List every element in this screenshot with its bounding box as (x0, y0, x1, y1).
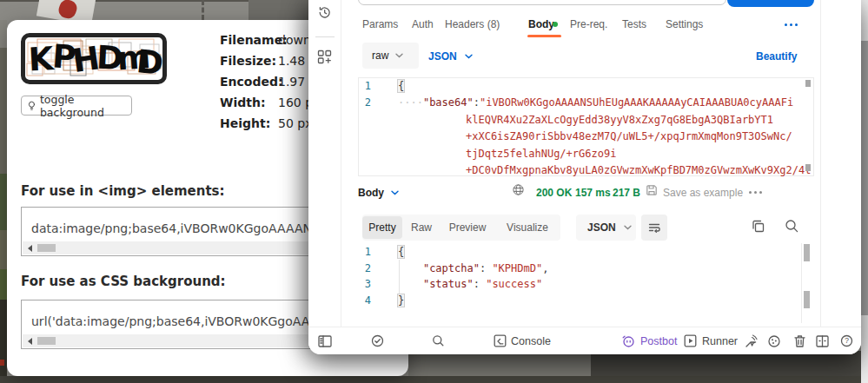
page-scrollbar-thumb[interactable] (861, 41, 868, 315)
console-button[interactable]: Console (511, 335, 551, 347)
response-scrollbar-thumb[interactable] (804, 244, 810, 261)
close-brace: } (398, 294, 404, 307)
scroll-left-arrow-icon[interactable] (28, 245, 32, 252)
capture-requests-icon[interactable] (744, 334, 758, 348)
cookies-icon[interactable] (767, 334, 781, 348)
captcha-letter: D (135, 43, 162, 80)
json-key: "status" (423, 278, 474, 290)
whitespace-dots: ···· (398, 96, 423, 109)
split-pane-icon[interactable] (816, 335, 829, 347)
info-label-width: Width: (220, 96, 281, 109)
tab-params[interactable]: Params (362, 18, 398, 30)
json-value: "success" (486, 278, 542, 290)
status-check-icon[interactable] (371, 334, 384, 347)
json-value: "iVBORw0KGgoAAAANSUhEUgAAAKAAAAAyCAIAAAB… (480, 96, 793, 109)
background-edge-strip (0, 269, 7, 300)
request-more-options-icon[interactable] (785, 23, 798, 26)
response-scrollbar-thumb[interactable] (804, 291, 810, 308)
open-brace: { (398, 246, 404, 258)
response-time[interactable]: 157 ms (575, 187, 611, 199)
response-size[interactable]: 217 B (613, 187, 640, 199)
sidebar-toggle-icon[interactable] (318, 335, 332, 347)
postbot-button[interactable]: Postbot (621, 334, 677, 348)
view-tab-preview[interactable]: Preview (441, 216, 494, 239)
runner-label: Runner (702, 335, 738, 347)
info-label-filename: Filename: (220, 33, 281, 47)
help-icon[interactable]: ? (840, 334, 853, 347)
response-line-number: 3 (358, 276, 371, 293)
history-icon[interactable] (317, 5, 332, 20)
right-rail-divider (820, 0, 821, 327)
scrollbar-thumb[interactable] (37, 244, 56, 252)
view-tab-visualize[interactable]: Visualize (494, 216, 560, 239)
save-as-example-button[interactable]: Save as example (663, 187, 743, 199)
tab-tests[interactable]: Tests (622, 18, 646, 30)
runner-button[interactable]: Runner (684, 334, 738, 347)
request-editor-scrollbar-thumb[interactable] (805, 80, 811, 87)
trash-icon[interactable] (793, 334, 806, 348)
response-line-number: 1 (358, 244, 371, 261)
toggle-background-button[interactable]: toggle background (21, 96, 132, 116)
json-key: "base64" (423, 96, 474, 109)
response-scrollbar-track[interactable] (801, 243, 802, 323)
background-red-speck (0, 360, 4, 366)
response-code-line-1: { (398, 244, 404, 261)
postman-window: Params Auth Headers (8) Body Pre-req. Te… (308, 0, 861, 354)
request-code-wrap: tjDqtz5felahNUg/+rG6zo9i (466, 146, 616, 162)
response-format-dropdown[interactable]: JSON (576, 215, 636, 241)
info-label-encoded: Encoded: (220, 75, 281, 89)
response-body-label: Body (358, 187, 384, 199)
body-mode-value: raw (372, 50, 388, 62)
tab-auth[interactable]: Auth (412, 18, 434, 30)
scroll-left-arrow-icon[interactable] (28, 338, 32, 345)
response-body-dropdown[interactable]: Body (358, 187, 399, 199)
svg-text:?: ? (845, 336, 849, 345)
open-brace: { (398, 80, 404, 92)
img-usage-heading: For use in <img> elements: (21, 183, 225, 199)
wrap-lines-button[interactable] (641, 215, 667, 241)
search-status-icon[interactable] (432, 334, 445, 347)
request-code-wrap: +DC0vDfMxgpnaKbv8yuLA0zGVwzmXwKpfBD7M0zG… (466, 162, 811, 179)
copy-icon[interactable] (752, 220, 765, 233)
tab-body[interactable]: Body (528, 18, 554, 30)
background-bottom-strip (0, 376, 868, 383)
request-line-number: 2 (358, 95, 371, 111)
response-code-line-3: "status": "success" (398, 276, 542, 293)
chevron-down-icon (395, 53, 403, 58)
response-line-number: 2 (358, 261, 371, 277)
globe-icon (513, 184, 524, 195)
tab-prereq[interactable]: Pre-req. (570, 18, 607, 30)
css-usage-heading: For use as CSS background: (21, 274, 226, 289)
new-collection-icon[interactable] (317, 50, 332, 64)
json-key: "captcha" (423, 262, 480, 274)
runner-icon (684, 334, 697, 347)
console-icon[interactable] (494, 334, 507, 347)
tab-headers[interactable]: Headers (8) (445, 18, 500, 30)
background-dark-block (248, 0, 313, 20)
view-tab-pretty[interactable]: Pretty (362, 216, 402, 239)
response-format-value: JSON (587, 221, 616, 234)
css-snippet-text: url('data:image/png;base64,iVBORw0KGgoAA… (31, 314, 344, 328)
tab-settings[interactable]: Settings (666, 18, 703, 30)
request-code-wrap: +xXC6isZA90riSbbv48ezM7Q/uWL5+/xpqJrmXmq… (466, 129, 792, 145)
response-more-options-icon[interactable] (749, 191, 762, 194)
language-dropdown[interactable]: JSON (428, 50, 473, 63)
lightbulb-icon (28, 100, 36, 112)
response-status[interactable]: 200 OK (536, 187, 572, 199)
toggle-background-label: toggle background (40, 93, 131, 119)
beautify-link[interactable]: Beautify (756, 50, 797, 63)
send-button[interactable] (727, 0, 814, 7)
info-label-height: Height: (220, 116, 281, 130)
postbot-icon (621, 334, 635, 348)
search-response-icon[interactable] (785, 219, 799, 234)
json-value: "KPHDmD" (492, 262, 542, 274)
img-snippet-text: data:image/png;base64,iVBORw0KGgoAAAANSU… (31, 221, 336, 235)
view-tab-raw[interactable]: Raw (402, 216, 441, 239)
url-input[interactable] (358, 0, 726, 5)
scrollbar-thumb[interactable] (37, 337, 56, 345)
request-editor-scrollbar-thumb[interactable] (805, 164, 811, 171)
body-mode-dropdown[interactable]: raw (362, 43, 419, 69)
save-icon[interactable] (646, 184, 658, 196)
language-value: JSON (428, 50, 457, 63)
rail-divider (315, 36, 335, 37)
